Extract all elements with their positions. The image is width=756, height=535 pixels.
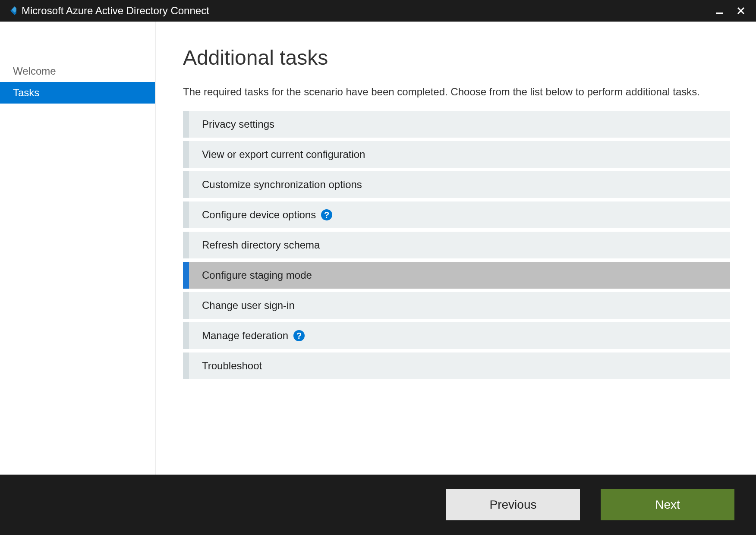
task-change-user-signin[interactable]: Change user sign-in: [183, 292, 730, 319]
azure-logo-icon: [4, 5, 16, 17]
help-icon[interactable]: ?: [293, 330, 305, 341]
previous-button[interactable]: Previous: [446, 489, 580, 520]
task-label: Customize synchronization options: [202, 179, 362, 191]
next-button[interactable]: Next: [601, 489, 734, 520]
task-label: Change user sign-in: [202, 299, 295, 312]
task-list: Privacy settings View or export current …: [183, 111, 730, 379]
minimize-button[interactable]: [709, 2, 730, 19]
footer-bar: Previous Next: [0, 475, 756, 535]
task-refresh-schema[interactable]: Refresh directory schema: [183, 232, 730, 258]
svg-rect-2: [716, 13, 723, 14]
help-icon[interactable]: ?: [321, 209, 332, 220]
task-customize-sync[interactable]: Customize synchronization options: [183, 171, 730, 198]
sidebar-item-label: Tasks: [13, 87, 39, 99]
title-bar: Microsoft Azure Active Directory Connect: [0, 0, 756, 22]
task-accent: [183, 201, 189, 228]
task-label: Troubleshoot: [202, 360, 262, 372]
task-manage-federation[interactable]: Manage federation ?: [183, 322, 730, 349]
page-description: The required tasks for the scenario have…: [183, 85, 730, 99]
main-content: Additional tasks The required tasks for …: [155, 22, 756, 475]
task-view-export-config[interactable]: View or export current configuration: [183, 141, 730, 168]
task-accent: [183, 141, 189, 168]
sidebar: Welcome Tasks: [0, 22, 155, 475]
window-title: Microsoft Azure Active Directory Connect: [22, 5, 709, 17]
task-accent: [183, 322, 189, 349]
task-accent: [183, 292, 189, 319]
task-accent: [183, 111, 189, 138]
sidebar-item-tasks[interactable]: Tasks: [0, 82, 155, 104]
task-label: Manage federation: [202, 330, 288, 342]
task-label: Privacy settings: [202, 118, 274, 130]
task-label: View or export current configuration: [202, 148, 365, 160]
close-button[interactable]: [730, 2, 752, 19]
sidebar-item-label: Welcome: [13, 65, 56, 77]
task-label: Refresh directory schema: [202, 239, 320, 251]
task-troubleshoot[interactable]: Troubleshoot: [183, 352, 730, 379]
task-accent: [183, 352, 189, 379]
task-accent: [183, 232, 189, 258]
sidebar-item-welcome[interactable]: Welcome: [0, 60, 155, 82]
task-configure-staging-mode[interactable]: Configure staging mode: [183, 262, 730, 289]
task-accent: [183, 262, 189, 289]
task-label: Configure staging mode: [202, 269, 312, 281]
task-accent: [183, 171, 189, 198]
task-privacy-settings[interactable]: Privacy settings: [183, 111, 730, 138]
task-configure-device-options[interactable]: Configure device options ?: [183, 201, 730, 228]
task-label: Configure device options: [202, 209, 316, 221]
page-heading: Additional tasks: [183, 46, 730, 69]
